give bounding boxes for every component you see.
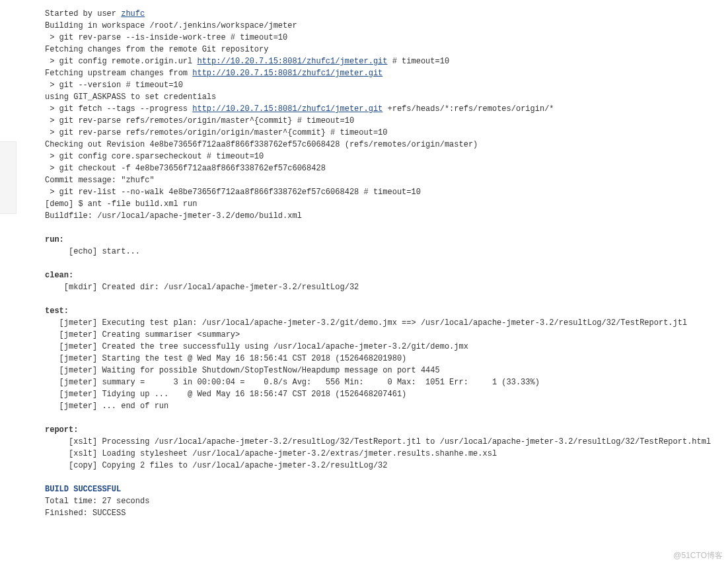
side-marker — [0, 141, 17, 214]
console-line: [jmeter] Tidying up ... @ Wed May 16 18:… — [45, 390, 406, 399]
target-clean: clean: — [45, 271, 73, 280]
text: > git fetch --tags --progress — [45, 104, 192, 114]
text: +refs/heads/*:refs/remotes/origin/* — [382, 104, 554, 114]
console-line: > git config remote.origin.url http://10… — [45, 57, 449, 66]
console-line: > git fetch --tags --progress http://10.… — [45, 104, 554, 114]
console-line: [jmeter] Waiting for possible Shutdown/S… — [45, 366, 440, 375]
console-output: Started by user zhufc Building in worksp… — [0, 0, 728, 527]
console-line: [demo] $ ant -file build.xml run — [45, 199, 197, 209]
console-line: Fetching changes from the remote Git rep… — [45, 45, 268, 54]
console-line: [jmeter] ... end of run — [45, 402, 168, 411]
console-line: Commit message: "zhufc" — [45, 176, 155, 185]
console-line: [jmeter] Starting the test @ Wed May 16 … — [45, 354, 406, 363]
console-line: > git rev-parse refs/remotes/origin/mast… — [45, 116, 354, 125]
console-line: Started by user zhufc — [45, 9, 145, 18]
console-line: using GIT_ASKPASS to set credentials — [45, 92, 221, 102]
console-line: Fetching upstream changes from http://10… — [45, 69, 382, 78]
text: Started by user — [45, 9, 121, 18]
build-status: BUILD SUCCESSFUL — [45, 485, 121, 494]
target-report: report: — [45, 425, 78, 435]
console-line: > git rev-parse --is-inside-work-tree # … — [45, 33, 287, 42]
repo-url-link[interactable]: http://10.20.7.15:8081/zhufc1/jmeter.git — [192, 69, 382, 78]
text: Fetching upstream changes from — [45, 69, 192, 78]
console-line: [copy] Copying 2 files to /usr/local/apa… — [45, 461, 387, 470]
console-line: Finished: SUCCESS — [45, 509, 126, 518]
text: > git config remote.origin.url — [45, 57, 197, 66]
user-link[interactable]: zhufc — [121, 9, 145, 18]
console-line: [jmeter] summary = 3 in 00:00:04 = 0.8/s… — [45, 378, 540, 387]
text: # timeout=10 — [387, 57, 449, 66]
console-line: Total time: 27 seconds — [45, 497, 149, 506]
repo-url-link[interactable]: http://10.20.7.15:8081/zhufc1/jmeter.git — [197, 57, 387, 66]
target-run: run: — [45, 235, 64, 244]
console-line: > git --version # timeout=10 — [45, 81, 183, 90]
console-line: > git rev-list --no-walk 4e8be73656f712a… — [45, 188, 421, 197]
console-line: Checking out Revision 4e8be73656f712aa8f… — [45, 140, 478, 149]
console-line: [jmeter] Created the tree successfully u… — [45, 342, 468, 351]
console-line: [jmeter] Creating summariser <summary> — [45, 330, 240, 339]
console-line: [jmeter] Executing test plan: /usr/local… — [45, 318, 687, 328]
console-line: > git rev-parse refs/remotes/origin/orig… — [45, 128, 387, 137]
repo-url-link[interactable]: http://10.20.7.15:8081/zhufc1/jmeter.git — [192, 104, 382, 114]
console-line: > git config core.sparsecheckout # timeo… — [45, 152, 264, 161]
console-line: [mkdir] Created dir: /usr/local/apache-j… — [45, 283, 359, 292]
console-line: [xslt] Loading stylesheet /usr/local/apa… — [45, 449, 497, 458]
console-line: [xslt] Processing /usr/local/apache-jmet… — [45, 437, 711, 446]
target-test: test: — [45, 306, 69, 316]
console-line: > git checkout -f 4e8be73656f712aa8f866f… — [45, 164, 326, 173]
console-line: [echo] start... — [45, 247, 140, 256]
console-line: Buildfile: /usr/local/apache-jmeter-3.2/… — [45, 211, 302, 221]
console-line: Building in workspace /root/.jenkins/wor… — [45, 21, 297, 30]
